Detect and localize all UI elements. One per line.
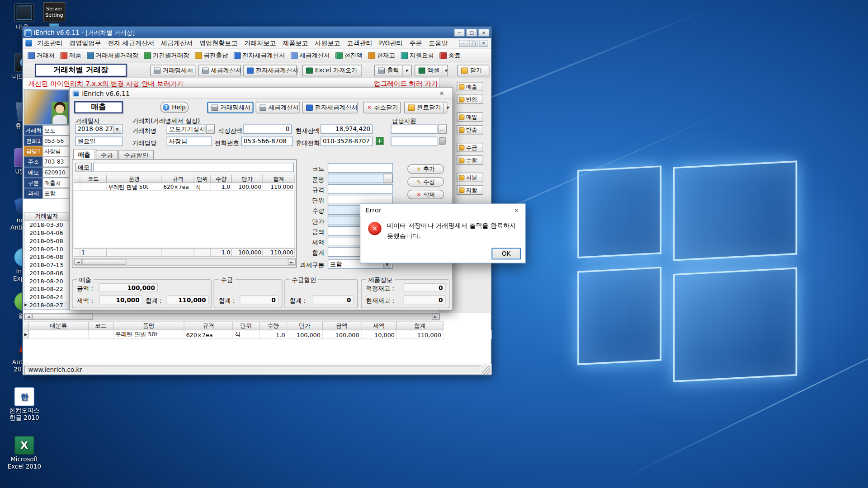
staff-field-2[interactable] (391, 136, 437, 146)
side-button-sales[interactable]: 매출 (457, 82, 483, 91)
excel-import-button[interactable]: Excel 가져오기 (302, 65, 362, 76)
date-list-item[interactable]: 2018-08-06 (24, 269, 69, 277)
toolbar-period-ledger[interactable]: 기간별거래장 (141, 50, 192, 61)
toolbar-support[interactable]: 지원요청 (398, 50, 437, 61)
toolbar-cash[interactable]: 금전출납 (192, 50, 231, 61)
toolbar-client-ledger[interactable]: 거래처별거래장 (84, 50, 141, 61)
resize-grip[interactable] (482, 366, 491, 374)
add-button[interactable]: +추가 (407, 164, 444, 174)
upgrade-link[interactable]: 업그레이드 하러 가기 (374, 79, 438, 88)
menu-sales-report[interactable]: 영업현황보고 (196, 38, 241, 48)
changelog-link[interactable]: 개선된 아이인리치 7.x.x의 변경 사항 안내 보러가기 (28, 79, 183, 88)
column-header[interactable]: 세액 (362, 321, 397, 330)
toolbar-product[interactable]: 제품 (57, 50, 84, 61)
mobile-field[interactable]: 010-3528-8707 (321, 136, 373, 146)
detail-code-field[interactable] (328, 163, 393, 173)
manager-field[interactable]: 사장님 (167, 136, 212, 146)
scroll-left-icon[interactable]: ◄ (24, 314, 32, 319)
current-balance-field[interactable]: 18,974,420 (321, 125, 373, 134)
dropdown-icon[interactable]: ▼ (443, 103, 449, 113)
date-list-item[interactable]: 2018-07-13 (24, 261, 69, 269)
column-header[interactable]: 단위 (194, 175, 211, 183)
etaxinvoice-button[interactable]: 전자세금계산서 (243, 65, 297, 76)
desktop-icon-ms-excel[interactable]: Microsoft Excel 2010 (5, 436, 44, 470)
phone-field[interactable]: 053-566-8708 (241, 136, 293, 146)
mdi-minimize-button[interactable]: ─ (459, 40, 468, 47)
tab-sales[interactable]: 매출 (73, 149, 95, 159)
statement-button[interactable]: 거래명세서 (150, 65, 195, 76)
date-list-item[interactable]: 2018-08-22 (24, 285, 69, 293)
scroll-left-icon[interactable]: ◄ (74, 259, 82, 265)
scroll-track[interactable] (93, 314, 432, 319)
detail-spec-field[interactable] (328, 184, 393, 194)
side-button-return-in[interactable]: 반입 (457, 94, 483, 104)
column-header[interactable]: 수량 (259, 321, 287, 330)
column-header[interactable]: 코드 (89, 321, 113, 330)
dropdown-icon[interactable]: ▼ (113, 125, 121, 133)
print-split-button[interactable]: 출력▼ (374, 65, 412, 76)
help-button[interactable]: ?Help (160, 102, 189, 113)
client-name-field[interactable]: 오토기기상사 (167, 125, 206, 134)
side-button-collect[interactable]: 수금 (457, 143, 483, 152)
menu-management[interactable]: 경영및업무 (66, 38, 104, 48)
taxinvoice-print-button[interactable]: 세금계산서 (256, 102, 300, 113)
memo-field[interactable] (93, 163, 294, 172)
date-list-item[interactable]: 2018-05-08 (24, 237, 69, 245)
menu-employee-report[interactable]: 사원보고 (311, 38, 344, 48)
menu-customer[interactable]: 고객관리 (344, 38, 376, 48)
scroll-right-icon[interactable]: ► (288, 259, 296, 265)
toolbar-exit[interactable]: 종료 (437, 50, 463, 61)
delete-button[interactable]: ✕삭제 (407, 190, 444, 199)
column-header[interactable]: 품명 (107, 175, 162, 183)
minimize-button[interactable]: ─ (454, 29, 465, 37)
error-close-icon[interactable]: ✕ (508, 204, 525, 216)
scroll-thumb[interactable] (82, 259, 126, 265)
weekday-field[interactable]: 월요일 (75, 136, 123, 146)
excel-split-button[interactable]: 엑셀▼ (415, 65, 448, 76)
date-list-item-selected[interactable]: ▶2018-08-27 (24, 301, 69, 309)
toolbar-etax[interactable]: 전자세금계산서 (231, 50, 288, 61)
menu-order[interactable]: 주문 (406, 38, 425, 48)
close-page-button[interactable]: 닫기 (457, 65, 489, 76)
lock-icon[interactable] (439, 137, 446, 145)
scroll-track[interactable] (126, 259, 288, 265)
date-list-item[interactable]: 2018-05-10 (24, 245, 69, 253)
statement-print-button[interactable]: 거래명세서 (207, 102, 254, 113)
column-header[interactable]: 합계 (263, 175, 295, 183)
date-list-item[interactable]: 2018-03-30 (24, 221, 69, 229)
column-header[interactable]: 단가 (288, 321, 323, 330)
scroll-thumb[interactable] (32, 314, 93, 319)
scroll-right-icon[interactable]: ► (432, 314, 439, 319)
side-button-pay-discount[interactable]: 지할 (457, 185, 483, 195)
error-dialog-titlebar[interactable]: Error ✕ (360, 204, 525, 216)
maximize-button[interactable]: □ (466, 29, 477, 37)
tab-collect-discount[interactable]: 수금할인 (118, 150, 154, 160)
menu-client-report[interactable]: 거래처보고 (241, 38, 279, 48)
proper-balance-field[interactable]: 0 (243, 125, 292, 134)
mdi-close-button[interactable]: ✕ (479, 40, 488, 47)
grid-view-icon[interactable] (376, 137, 383, 145)
column-header[interactable]: 수량 (211, 175, 232, 183)
column-header[interactable]: 단위 (233, 321, 260, 330)
staff-field[interactable] (391, 125, 437, 134)
column-header[interactable]: 코드 (80, 175, 107, 183)
side-button-return-out[interactable]: 반출 (457, 125, 483, 135)
detail-unit-field[interactable] (328, 195, 393, 204)
date-select[interactable]: 2018-08-27▼ (75, 125, 123, 134)
status-url[interactable]: www.ienrich.co.kr (24, 366, 481, 374)
side-button-purchase[interactable]: 매입 (457, 113, 483, 122)
ok-button[interactable]: OK (491, 248, 521, 260)
client-lookup-button[interactable]: … (206, 125, 215, 134)
taxinvoice-button[interactable]: 세금계산서 (198, 65, 241, 76)
toolbar-tax[interactable]: 세금계산서 (288, 50, 333, 61)
column-header[interactable]: 금액 (323, 321, 362, 330)
menu-tax[interactable]: 세금계산서 (158, 38, 196, 48)
tab-collect[interactable]: 수금 (96, 150, 118, 160)
desktop-icon-hancom-office[interactable]: 한컴오피스 한글 2010 (5, 387, 44, 422)
column-header[interactable]: 단가 (232, 175, 263, 183)
toolbar-stock[interactable]: 현재고 (365, 50, 398, 61)
staff-lookup-button[interactable]: … (438, 125, 447, 134)
date-list-item[interactable]: 2018-06-08 (24, 253, 69, 261)
complete-close-button[interactable]: 완료닫기▼ (404, 102, 448, 113)
summary-table-row[interactable]: ▶ 우레탄 판넬 50t 620×7ea 식 1.0 100,000 100,0… (23, 330, 491, 339)
